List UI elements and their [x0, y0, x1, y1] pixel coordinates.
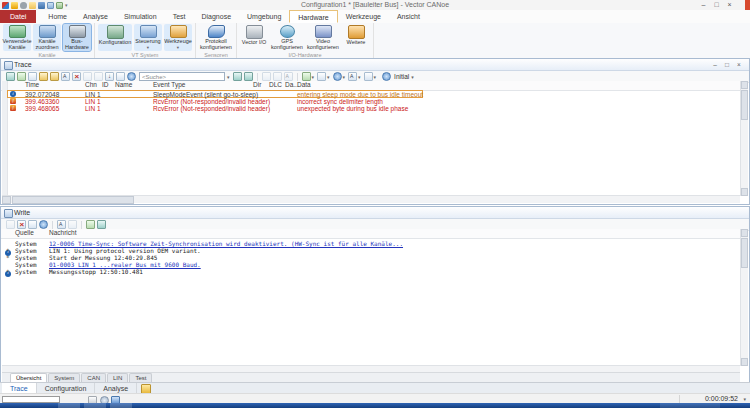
- font-icon[interactable]: [348, 72, 357, 81]
- filter-mode-icon: [382, 72, 391, 81]
- refresh-icon[interactable]: [97, 220, 106, 229]
- col-quelle[interactable]: Quelle: [15, 229, 34, 237]
- write-row[interactable]: * System Messungsstopp 12:50:10.481: [1, 268, 740, 275]
- tab-test[interactable]: Test: [165, 10, 194, 23]
- col-data[interactable]: Data: [297, 81, 311, 89]
- cell-message[interactable]: 01-0003 LIN 1 ...realer Bus mit 9600 Bau…: [49, 261, 201, 268]
- layout-icon[interactable]: [364, 72, 373, 81]
- tab-diagnose[interactable]: Diagnose: [193, 10, 239, 23]
- vector-io-button[interactable]: Vector I/O: [240, 24, 268, 51]
- write-tab-test[interactable]: Test: [129, 373, 152, 382]
- tab-werkzeuge[interactable]: Werkzeuge: [338, 10, 389, 23]
- minimize-button[interactable]: –: [697, 0, 710, 10]
- write-tab-can[interactable]: CAN: [81, 373, 106, 382]
- video-konfigurieren-button[interactable]: Video konfigurieren: [306, 24, 340, 51]
- close-button[interactable]: ×: [723, 0, 736, 10]
- erase-icon[interactable]: [17, 72, 26, 81]
- windows-taskbar[interactable]: [0, 403, 750, 408]
- autoscroll-icon[interactable]: [86, 220, 95, 229]
- copy-icon[interactable]: [68, 220, 77, 229]
- layout-dropdown-icon[interactable]: ▾: [374, 74, 377, 80]
- trace-row[interactable]: 392.072048 LIN 1 SleepModeEvent (silent …: [1, 91, 740, 98]
- col-event-type[interactable]: Event Type: [153, 81, 185, 89]
- col-time[interactable]: Time: [25, 81, 39, 89]
- gps-konfigurieren-button[interactable]: GPS konfigurieren: [270, 24, 304, 51]
- col-dlc[interactable]: DLC: [269, 81, 282, 89]
- write-row[interactable]: System 01-0003 LIN 1 ...realer Bus mit 9…: [1, 261, 740, 268]
- step-forward-icon[interactable]: [273, 72, 282, 81]
- tab-hardware[interactable]: Hardware: [289, 10, 337, 23]
- clear-icon[interactable]: [17, 220, 26, 229]
- info-icon[interactable]: [127, 72, 136, 81]
- trace-search-input[interactable]: [139, 72, 225, 81]
- pin-icon[interactable]: [6, 72, 15, 81]
- write-tab-system[interactable]: System: [48, 373, 80, 382]
- col-id[interactable]: ID: [102, 81, 109, 89]
- search-dropdown-icon[interactable]: ▾: [227, 74, 230, 80]
- col-chn[interactable]: Chn: [85, 81, 97, 89]
- protokoll-konfigurieren-button[interactable]: Protokoll konfigurieren: [199, 24, 233, 51]
- window-dropdown-icon[interactable]: ▾: [343, 74, 346, 80]
- window-icon[interactable]: [333, 72, 342, 81]
- copy-icon[interactable]: [317, 72, 326, 81]
- bus-hardware-button[interactable]: Bus-Hardware: [63, 24, 91, 51]
- abc-icon[interactable]: [284, 72, 293, 81]
- filter-icon[interactable]: [39, 72, 48, 81]
- write-row[interactable]: * System LIN 1: Using protocol version O…: [1, 247, 740, 254]
- vector-io-icon: [246, 25, 263, 39]
- scroll-lock-icon[interactable]: [6, 220, 15, 229]
- col-nachricht[interactable]: Nachricht: [49, 229, 76, 237]
- tab-ansicht[interactable]: Ansicht: [389, 10, 428, 23]
- werkzeuge-button[interactable]: Werkzeuge: [164, 24, 192, 51]
- marker-icon[interactable]: [94, 72, 103, 81]
- find-icon[interactable]: [57, 220, 66, 229]
- az-filter-icon[interactable]: [61, 72, 70, 81]
- col-name[interactable]: Name: [115, 81, 132, 89]
- trace-row[interactable]: 399.468065 LIN 1 RcvError (Not-responded…: [1, 105, 740, 112]
- trace-titlebar[interactable]: Trace – □ ×: [1, 59, 749, 71]
- copy-dropdown-icon[interactable]: ▾: [327, 74, 330, 80]
- delete-icon[interactable]: [72, 72, 81, 81]
- trace-close-button[interactable]: ×: [733, 59, 745, 70]
- maximize-button[interactable]: □: [710, 0, 723, 10]
- kanaele-zuordnen-button[interactable]: Kanäle zuordnen: [33, 24, 61, 51]
- sigma-icon[interactable]: [28, 72, 37, 81]
- tab-home[interactable]: Home: [40, 10, 75, 23]
- col-dir[interactable]: Dir: [253, 81, 261, 89]
- export-dropdown-icon[interactable]: ▾: [312, 74, 315, 80]
- steuerung-button[interactable]: Steuerung: [134, 24, 162, 51]
- print-icon[interactable]: [28, 220, 37, 229]
- tab-datei[interactable]: Datei: [0, 10, 36, 23]
- step-back-icon[interactable]: [262, 72, 271, 81]
- filter-stop-icon[interactable]: [50, 72, 59, 81]
- cell-message[interactable]: 12-0006 Time-Sync: Software Zeit-Synchro…: [49, 240, 403, 247]
- weitere-button[interactable]: Weitere: [342, 24, 370, 51]
- sort-icon[interactable]: [105, 72, 114, 81]
- font-dropdown-icon[interactable]: ▾: [358, 74, 361, 80]
- search-prev-icon[interactable]: [233, 72, 242, 81]
- trace-row[interactable]: 399.463360 LIN 1 RcvError (Not-responded…: [1, 98, 740, 105]
- write-row[interactable]: System 12-0006 Time-Sync: Software Zeit-…: [1, 240, 740, 247]
- columns-icon[interactable]: [116, 72, 125, 81]
- konfiguration-button[interactable]: Konfiguration: [98, 24, 132, 51]
- export-icon[interactable]: [302, 72, 311, 81]
- write-tab-uebersicht[interactable]: Übersicht: [10, 373, 47, 382]
- trace-minimize-button[interactable]: –: [709, 59, 721, 70]
- status-search-input[interactable]: [2, 396, 60, 403]
- tab-analyse[interactable]: Analyse: [75, 10, 116, 23]
- save-icon[interactable]: [39, 220, 48, 229]
- trace-vertical-scrollbar[interactable]: [740, 81, 748, 196]
- write-vertical-scrollbar[interactable]: [740, 229, 748, 366]
- write-row[interactable]: * System Start der Messung 12:40:29.845: [1, 254, 740, 261]
- search-next-icon[interactable]: [244, 72, 253, 81]
- verwendete-kanaele-button[interactable]: Verwendete Kanäle: [3, 24, 31, 51]
- pause-icon[interactable]: [83, 72, 92, 81]
- write-titlebar[interactable]: Write: [1, 207, 749, 219]
- tab-simulation[interactable]: Simulation: [116, 10, 165, 23]
- tab-umgebung[interactable]: Umgebung: [239, 10, 289, 23]
- trace-horizontal-scrollbar[interactable]: [2, 195, 740, 203]
- initial-filter-dropdown[interactable]: Initial ▾: [381, 72, 416, 81]
- write-tab-lin[interactable]: LIN: [107, 373, 128, 382]
- trace-maximize-button[interactable]: □: [721, 59, 733, 70]
- info-event-icon: [10, 91, 16, 97]
